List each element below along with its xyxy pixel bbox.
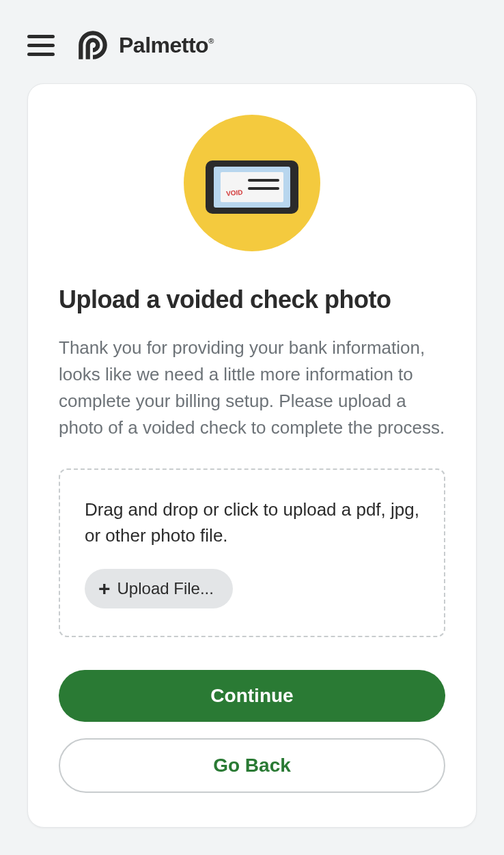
- hamburger-icon-line: [27, 53, 55, 56]
- app-header: Palmetto®: [0, 0, 504, 83]
- hamburger-icon-line: [27, 44, 55, 47]
- upload-file-button[interactable]: + Upload File...: [85, 569, 233, 608]
- brand-name: Palmetto®: [119, 33, 214, 58]
- action-buttons: Continue Go Back: [59, 670, 445, 793]
- upload-button-label: Upload File...: [117, 579, 214, 598]
- page-title: Upload a voided check photo: [59, 285, 445, 314]
- brand-logo[interactable]: Palmetto®: [75, 27, 214, 63]
- page-description: Thank you for providing your bank inform…: [59, 335, 445, 441]
- menu-button[interactable]: [27, 35, 55, 56]
- file-dropzone[interactable]: Drag and drop or click to upload a pdf, …: [59, 468, 445, 637]
- svg-text:VOID: VOID: [226, 188, 243, 197]
- continue-button[interactable]: Continue: [59, 670, 445, 722]
- dropzone-instruction: Drag and drop or click to upload a pdf, …: [85, 497, 419, 548]
- illustration-container: VOID: [59, 115, 445, 251]
- palmetto-logo-icon: [75, 27, 111, 63]
- plus-icon: +: [98, 578, 111, 599]
- upload-card: VOID Upload a voided check photo Thank y…: [27, 83, 477, 828]
- voided-check-illustration-icon: VOID: [184, 115, 320, 251]
- go-back-button[interactable]: Go Back: [59, 738, 445, 793]
- hamburger-icon-line: [27, 35, 55, 38]
